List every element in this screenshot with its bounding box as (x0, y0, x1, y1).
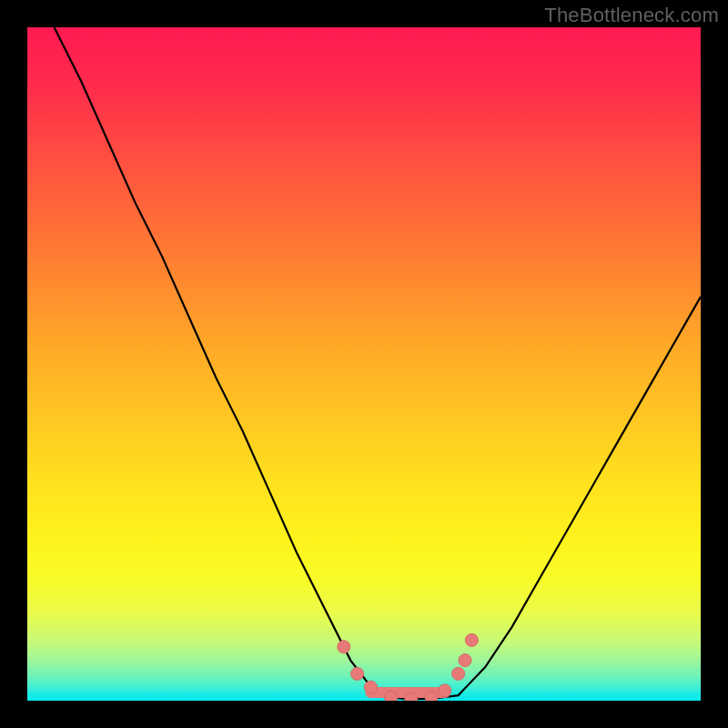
marker-dot (351, 667, 364, 680)
marker-dot (439, 684, 451, 697)
marker-dot (364, 681, 377, 693)
curve-layer (27, 27, 701, 701)
marker-dot (452, 667, 465, 680)
marker-group (338, 633, 479, 701)
plot-area (27, 27, 701, 701)
marker-dot (465, 633, 478, 646)
marker-dot (425, 691, 438, 701)
marker-dot (405, 693, 418, 701)
bottleneck-curve (55, 27, 701, 699)
watermark-text: TheBottleneck.com (544, 4, 719, 27)
chart-frame: TheBottleneck.com (0, 0, 728, 728)
marker-dot (338, 641, 350, 653)
marker-dot (385, 691, 398, 701)
marker-dot (459, 654, 471, 667)
